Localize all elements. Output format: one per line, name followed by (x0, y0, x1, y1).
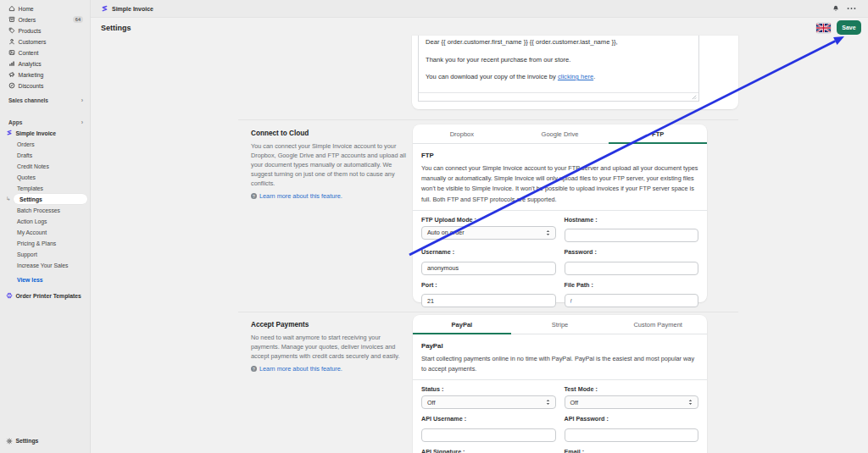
sidebar-item-app-action-logs[interactable]: Action Logs (0, 216, 90, 227)
resize-handle-icon[interactable] (691, 94, 697, 100)
status-select[interactable]: Off (421, 395, 556, 409)
sidebar-item-order-printer-templates[interactable]: Order Printer Templates (0, 290, 90, 301)
field-label: Password : (565, 248, 699, 256)
customers-icon (8, 38, 15, 45)
email-line: Thank you for your recent purchase from … (426, 56, 692, 64)
sidebar-item-app-orders[interactable]: Orders (0, 139, 90, 150)
sidebar-item-app-credit-notes[interactable]: Credit Notes (0, 161, 90, 172)
page-title: Settings (101, 24, 131, 32)
sidebar-item-app-quotes[interactable]: Quotes (0, 172, 90, 183)
uk-flag-icon (816, 23, 831, 33)
sidebar-item-app-templates[interactable]: Templates (0, 183, 90, 194)
selected-item-label: Settings (19, 196, 42, 202)
language-flag-button[interactable] (816, 23, 831, 33)
sidebar-item-customers[interactable]: Customers (0, 36, 90, 47)
tab-custom-payment[interactable]: Custom Payment (609, 315, 707, 334)
connect-to-cloud-annotation: Connect to Cloud You can connect your Si… (251, 130, 409, 200)
sidebar-item-app-drafts[interactable]: Drafts (0, 150, 90, 161)
sidebar-item-label: Analytics (19, 61, 42, 67)
simple-invoice-app-icon (6, 130, 13, 136)
sidebar-section-sales-channels[interactable]: Sales channels › (0, 95, 90, 106)
ftp-panel: FTP You can connect your Simple Invoice … (413, 144, 707, 307)
gear-icon (6, 438, 13, 445)
username-input[interactable] (421, 262, 556, 275)
tab-paypal[interactable]: PayPal (413, 315, 511, 334)
section-description: No need to wait anymore to start receivi… (251, 333, 409, 361)
content-icon (8, 49, 15, 56)
help-icon: ? (251, 193, 257, 199)
select-stepper-icon (546, 229, 550, 236)
sidebar-item-label: Customers (19, 39, 47, 45)
ftp-upload-mode-select[interactable]: Auto on order (421, 226, 556, 240)
app-name-label: Order Printer Templates (16, 293, 81, 299)
sidebar-item-content[interactable]: Content (0, 47, 90, 58)
field-label: API Password : (565, 415, 699, 423)
sidebar-item-settings-bottom[interactable]: Settings (0, 435, 91, 446)
page: { "icons": { "chevron_right": "›", "help… (0, 0, 868, 453)
field-label: FTP Upload Mode : (421, 216, 556, 224)
accept-payments-card: PayPal Stripe Custom Payment PayPal Star… (413, 315, 707, 453)
select-stepper-icon (688, 399, 693, 406)
section-divider (238, 312, 738, 312)
simple-invoice-app-icon (101, 5, 108, 13)
learn-more-link[interactable]: ? Learn more about this feature. (251, 365, 409, 373)
clicking-here-link[interactable]: clicking here (558, 73, 593, 80)
app-title: Simple Invoice (112, 6, 153, 12)
password-input[interactable] (565, 262, 699, 275)
section-title: Connect to Cloud (251, 130, 409, 137)
port-input[interactable] (421, 294, 556, 307)
learn-more-link[interactable]: ? Learn more about this feature. (251, 192, 409, 200)
sidebar-item-app-support[interactable]: Support (0, 249, 90, 260)
api-username-input[interactable] (421, 428, 556, 442)
save-button[interactable]: Save (837, 20, 861, 35)
panel-divider (413, 379, 707, 380)
sidebar-item-marketing[interactable]: Marketing (0, 69, 90, 80)
sidebar-view-less-link[interactable]: View less (0, 274, 90, 285)
settings-label: Settings (16, 438, 39, 444)
sidebar-item-label: Products (19, 28, 42, 34)
field-label: Status : (421, 385, 556, 393)
order-printer-templates-app-icon (6, 292, 13, 299)
sidebar-item-analytics[interactable]: Analytics (0, 58, 90, 69)
sidebar-item-home[interactable]: Home (0, 3, 90, 14)
field-label: API Username : (421, 415, 556, 423)
orders-icon (8, 16, 15, 23)
test-mode-select[interactable]: Off (565, 395, 699, 409)
products-icon (8, 27, 15, 34)
tab-google-drive[interactable]: Google Drive (511, 124, 609, 143)
email-template-editor[interactable]: Dear {{ order.customer.first_name }} {{ … (418, 36, 699, 102)
sidebar-item-app-increase-your-sales[interactable]: Increase Your Sales (0, 260, 90, 271)
sidebar-item-label: Marketing (19, 72, 44, 78)
sidebar-section-apps[interactable]: Apps › (0, 117, 90, 128)
tab-ftp[interactable]: FTP (609, 124, 707, 143)
field-label: Email : (565, 448, 699, 453)
api-password-input[interactable] (565, 428, 699, 442)
return-arrow-icon: ↳ (6, 196, 14, 202)
panel-description: Start collecting payments online in no t… (421, 354, 698, 374)
overflow-menu-icon[interactable] (847, 7, 856, 10)
hostname-input[interactable] (565, 229, 699, 242)
page-header: Settings Save (91, 18, 868, 37)
sidebar-item-orders[interactable]: Orders 64 (0, 14, 90, 25)
clipped-email-line: If you have any questions, feel free to … (426, 86, 692, 91)
file-path-input[interactable] (565, 294, 699, 307)
sidebar-item-products[interactable]: Products (0, 25, 90, 36)
cloud-tabs: Dropbox Google Drive FTP (413, 124, 707, 144)
sidebar-item-app-pricing-plans[interactable]: Pricing & Plans (0, 238, 90, 249)
tab-dropbox[interactable]: Dropbox (413, 124, 511, 143)
sidebar-item-app-my-account[interactable]: My Account (0, 227, 90, 238)
chevron-right-icon: › (81, 119, 83, 125)
home-icon (8, 5, 15, 12)
sidebar-item-app-batch-processes[interactable]: Batch Processes (0, 205, 90, 216)
email-line: You can download your copy of the invoic… (426, 73, 692, 80)
field-label: Test Mode : (565, 385, 699, 393)
tab-stripe[interactable]: Stripe (511, 315, 609, 334)
paypal-panel: PayPal Start collecting payments online … (413, 334, 707, 453)
sidebar-item-app-settings[interactable]: ↳ Settings (0, 194, 90, 205)
apps-label: Apps (8, 119, 22, 125)
sidebar-item-discounts[interactable]: Discounts (0, 80, 90, 91)
topbar: Simple Invoice (91, 0, 868, 18)
notifications-bell-icon[interactable] (832, 5, 839, 13)
sidebar-item-simple-invoice[interactable]: Simple Invoice (0, 128, 90, 139)
section-title: Accept Payments (251, 321, 409, 329)
